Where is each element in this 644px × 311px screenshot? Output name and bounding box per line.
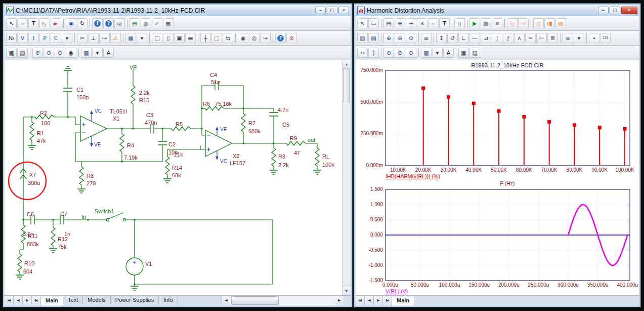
- zoom-select-button[interactable]: ⊙: [406, 48, 416, 58]
- tab-main[interactable]: Main: [41, 296, 63, 305]
- flag-mode-button[interactable]: ►: [51, 18, 61, 28]
- warning-button[interactable]: ⚠: [110, 33, 121, 43]
- analysis-plot-area[interactable]: R1993-11-2_10kHz-FCD.CIR10.00K20.00K30.0…: [356, 60, 639, 295]
- part-X2-opamp[interactable]: VE VC I X2 LF157: [200, 127, 245, 166]
- slider-button[interactable]: ⊢: [536, 33, 547, 43]
- probe-mode-button[interactable]: ∗: [417, 18, 427, 28]
- close-button[interactable]: [338, 7, 349, 14]
- prev-page-button[interactable]: ◀: [365, 296, 374, 305]
- graphics-mode-button[interactable]: ◺: [39, 18, 50, 28]
- scroll-right-button[interactable]: ▶: [335, 296, 344, 305]
- part-R7[interactable]: R7 680k: [241, 113, 261, 134]
- part-RL[interactable]: RL 100k: [315, 148, 334, 168]
- data-points-button[interactable]: ∙: [589, 33, 599, 43]
- exit-analysis-button[interactable]: ▥: [555, 18, 566, 28]
- title-block-button[interactable]: ▬: [185, 33, 196, 43]
- component-dropdown-button[interactable]: ▭: [368, 18, 379, 28]
- dynamic-dc-button[interactable]: ≣: [507, 18, 518, 28]
- font-select-button[interactable]: A: [443, 48, 454, 58]
- part-R9[interactable]: R9 47: [286, 135, 306, 156]
- checkbox-button[interactable]: ✓: [152, 18, 162, 28]
- wire-mode-button[interactable]: ≈: [17, 18, 28, 28]
- stack-dropdown-button[interactable]: ▾: [574, 33, 584, 43]
- tab-main[interactable]: Main: [392, 296, 414, 305]
- part-R3[interactable]: R3 270: [79, 167, 96, 186]
- find-button[interactable]: ◉: [238, 33, 248, 43]
- vertical-scrollbar[interactable]: ▲ ▼: [342, 60, 351, 295]
- part-R2[interactable]: R2 100: [35, 110, 54, 126]
- help-mode2-button[interactable]: ?: [275, 33, 286, 43]
- pages-button[interactable]: ▯: [454, 18, 465, 28]
- part-R8[interactable]: R8 2.2k: [272, 148, 289, 168]
- last-page-button[interactable]: ▶|: [383, 296, 392, 305]
- pin-currents-button[interactable]: I: [28, 33, 39, 43]
- help-mode-button[interactable]: ?: [103, 18, 114, 28]
- schematic-canvas[interactable]: C1 150p R2 100 R1 47k X: [5, 60, 351, 295]
- region-enable-button[interactable]: ▤: [130, 18, 140, 28]
- log-x-button[interactable]: ∟: [458, 33, 469, 43]
- minimize-button[interactable]: [598, 7, 609, 14]
- next-page-button[interactable]: ▶: [23, 296, 32, 305]
- split-vertical-button[interactable]: ▤: [368, 33, 379, 43]
- next-page-button[interactable]: ▶: [374, 296, 383, 305]
- cut-wire-button[interactable]: ✂: [77, 33, 88, 43]
- restore-scale-button[interactable]: ↺: [447, 33, 458, 43]
- monte-carlo-button[interactable]: ≈: [525, 33, 536, 43]
- calculator-button[interactable]: ▦: [163, 18, 174, 28]
- prev-page-button[interactable]: ◀: [14, 296, 23, 305]
- part-C5[interactable]: 4.7n C5: [269, 107, 289, 128]
- run-button[interactable]: ▶: [469, 18, 480, 28]
- part-R4[interactable]: R4 7.19k: [120, 134, 138, 161]
- stop-mode-button[interactable]: ⊘: [286, 33, 297, 43]
- first-page-button[interactable]: |◀: [5, 296, 14, 305]
- pause-button[interactable]: ▮▮: [492, 18, 502, 28]
- part-R10[interactable]: R10 604: [18, 254, 34, 275]
- text-mode-button[interactable]: T: [439, 18, 450, 28]
- part-C7[interactable]: C7 1n: [60, 211, 70, 237]
- scope-mode-button[interactable]: ≈: [428, 18, 439, 28]
- pin-powers-button[interactable]: P: [39, 33, 50, 43]
- tab-info[interactable]: Info: [159, 296, 178, 305]
- analysis-titlebar[interactable]: Harmonic Distortion Analysis: [356, 5, 639, 16]
- workbook-mode-button[interactable]: ▤: [383, 18, 394, 28]
- part-R15[interactable]: 2.2k R15: [131, 86, 150, 104]
- cursor-mode-button[interactable]: ∥: [368, 48, 379, 58]
- performance-button[interactable]: ∧: [514, 33, 525, 43]
- copy-page-button[interactable]: ▣: [6, 48, 17, 58]
- border-button[interactable]: ▣: [174, 33, 185, 43]
- maximize-button[interactable]: [327, 7, 337, 14]
- part-Switch1[interactable]: Switch1: [95, 208, 126, 221]
- log-y-button[interactable]: ⊿: [481, 33, 491, 43]
- grid-options-button[interactable]: ▦: [81, 48, 92, 58]
- fft-button[interactable]: ƒ: [503, 33, 513, 43]
- lin-x-button[interactable]: —: [469, 33, 480, 43]
- first-page-button[interactable]: |◀: [356, 296, 365, 305]
- dropdown2-button[interactable]: ▾: [432, 48, 443, 58]
- zoom-in-button[interactable]: ⊕: [383, 48, 394, 58]
- split-horizontal-button[interactable]: ▥: [357, 33, 368, 43]
- repeat-last-button[interactable]: ↪: [260, 33, 271, 43]
- grid-button[interactable]: ▦: [125, 33, 136, 43]
- close-button[interactable]: [621, 7, 637, 14]
- thumbnail-button[interactable]: ▫: [533, 18, 544, 28]
- text-mode-button[interactable]: T: [28, 18, 39, 28]
- scroll-left-button[interactable]: ◀: [222, 296, 230, 305]
- dropdown2-button[interactable]: ▾: [92, 48, 103, 58]
- crosshair-button[interactable]: ┼: [200, 33, 211, 43]
- part-C4[interactable]: C4 51p: [210, 72, 220, 90]
- dynamic-ac-button[interactable]: ≈: [518, 18, 529, 28]
- scroll-down-button[interactable]: ▼: [342, 287, 351, 295]
- zoom-select-button[interactable]: ⊙: [406, 33, 416, 43]
- paste-page-button[interactable]: ▤: [17, 48, 28, 58]
- scale-mode-button[interactable]: ↔: [357, 48, 368, 58]
- part-X7[interactable]: X7 300u: [20, 164, 40, 188]
- pan-mode-button[interactable]: +: [406, 18, 416, 28]
- part-C3[interactable]: C3 470n: [145, 112, 157, 133]
- sheet-button[interactable]: ▯: [163, 33, 174, 43]
- lin-y-button[interactable]: |: [492, 33, 502, 43]
- part-R14[interactable]: R14 68k: [165, 157, 182, 178]
- grid-options-button[interactable]: ▦: [421, 48, 432, 58]
- report-button[interactable]: ▥: [141, 18, 151, 28]
- zoom-in-button[interactable]: ⊕: [32, 48, 43, 58]
- vscroll-thumb[interactable]: [343, 69, 350, 102]
